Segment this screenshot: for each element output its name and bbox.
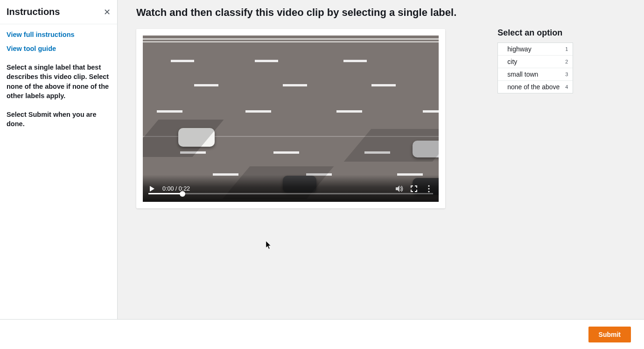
volume-button[interactable] — [395, 185, 403, 193]
option-none-of-the-above[interactable]: none of the above 4 — [498, 81, 573, 93]
mouse-cursor-icon — [266, 241, 272, 249]
option-label: small town — [507, 71, 538, 78]
option-label: highway — [507, 45, 531, 53]
option-highway[interactable]: highway 1 — [498, 43, 573, 56]
option-hotkey: 3 — [565, 71, 568, 77]
footer-bar: Submit — [0, 319, 644, 349]
option-hotkey: 1 — [565, 46, 568, 52]
volume-icon — [395, 185, 403, 193]
option-hotkey: 4 — [565, 84, 568, 90]
instructions-paragraph-1: Select a single label that best describe… — [7, 63, 111, 100]
svg-point-4 — [428, 191, 429, 192]
kebab-icon — [428, 185, 430, 192]
sidebar-body: View full instructions View tool guide S… — [0, 24, 117, 135]
option-city[interactable]: city 2 — [498, 56, 573, 68]
option-hotkey: 2 — [565, 59, 568, 64]
option-label: city — [507, 58, 517, 65]
svg-marker-0 — [150, 186, 154, 192]
fullscreen-button[interactable] — [410, 185, 418, 193]
video-player[interactable]: 0:00 / 0:22 — [143, 36, 439, 202]
video-controls: 0:00 / 0:22 — [143, 175, 439, 202]
sidebar-title: Instructions — [7, 7, 60, 17]
option-small-town[interactable]: small town 3 — [498, 68, 573, 81]
view-full-instructions-link[interactable]: View full instructions — [7, 31, 111, 38]
task-content: Watch and then classify this video clip … — [136, 7, 456, 208]
svg-marker-1 — [396, 185, 399, 192]
fullscreen-icon — [410, 185, 418, 192]
svg-point-2 — [428, 185, 429, 186]
options-panel: Select an option highway 1 city 2 small … — [497, 28, 573, 93]
video-progress-knob[interactable] — [180, 191, 185, 197]
play-icon — [148, 185, 156, 192]
option-list: highway 1 city 2 small town 3 none of th… — [497, 43, 573, 93]
option-label: none of the above — [507, 83, 560, 91]
main-area: Watch and then classify this video clip … — [118, 0, 644, 319]
video-progress-fill — [148, 193, 182, 194]
sidebar-header: Instructions ✕ — [0, 0, 117, 24]
app-root: Instructions ✕ View full instructions Vi… — [0, 0, 644, 319]
close-icon: ✕ — [104, 7, 111, 17]
close-sidebar-button[interactable]: ✕ — [104, 8, 111, 16]
options-title: Select an option — [497, 28, 573, 38]
video-time-display: 0:00 / 0:22 — [162, 185, 190, 192]
instructions-sidebar: Instructions ✕ View full instructions Vi… — [0, 0, 118, 319]
instructions-paragraph-2: Select Submit when you are done. — [7, 110, 111, 129]
video-card: 0:00 / 0:22 — [136, 29, 445, 208]
view-tool-guide-link[interactable]: View tool guide — [7, 45, 111, 52]
video-progress-bar[interactable] — [148, 193, 433, 194]
more-options-button[interactable] — [425, 185, 433, 193]
task-title: Watch and then classify this video clip … — [136, 7, 456, 19]
submit-button[interactable]: Submit — [588, 327, 631, 342]
play-button[interactable] — [148, 185, 156, 192]
svg-point-3 — [428, 188, 429, 189]
